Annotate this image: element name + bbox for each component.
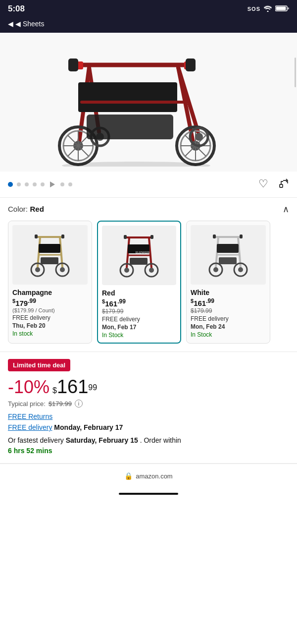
product-image[interactable] (0, 33, 297, 172)
home-indicator (0, 488, 297, 500)
pagination-area: ♡ (0, 172, 297, 198)
red-stock: In Stock (102, 332, 176, 339)
rollator-svg (25, 38, 272, 167)
svg-rect-58 (150, 235, 153, 239)
white-price: $161.99 (191, 297, 266, 307)
fastest-date: Saturday, February 15 (66, 436, 138, 444)
svg-point-69 (238, 267, 243, 272)
dot-3[interactable] (25, 182, 29, 186)
deal-badge: Limited time deal (8, 359, 70, 371)
dot-1[interactable] (8, 182, 13, 187)
red-delivery: FREE delivery (102, 316, 176, 323)
white-rollator-svg (206, 230, 250, 280)
back-button[interactable]: ◀ ◀ Sheets (8, 20, 289, 28)
free-delivery-link[interactable]: FREE delivery (8, 423, 52, 431)
order-within-label: . Order within (140, 436, 181, 444)
white-delivery-date: Mon, Feb 24 (191, 323, 266, 330)
price-symbol: $ (52, 386, 57, 395)
wifi-icon (263, 5, 272, 13)
svg-rect-70 (213, 234, 216, 238)
red-delivery-date: Mon, Feb 17 (102, 324, 176, 331)
dot-8[interactable] (68, 182, 72, 186)
typical-original-price: $179.99 (49, 400, 72, 408)
price-row: -10% $16199 (8, 376, 289, 398)
white-stock: In Stock (191, 331, 266, 338)
typical-price-info-icon[interactable]: i (75, 400, 83, 408)
variant-champagne-image (12, 225, 88, 285)
page-footer: 🔒 amazon.com (0, 464, 297, 488)
fastest-delivery-row: Or fastest delivery Saturday, February 1… (8, 435, 289, 456)
free-returns-link[interactable]: FREE Returns (8, 412, 289, 420)
video-play-button[interactable] (49, 180, 56, 188)
svg-rect-40 (41, 257, 58, 264)
typical-price-row: Typical price: $179.99 i (8, 400, 289, 408)
scroll-indicator (295, 58, 296, 87)
svg-point-44 (60, 267, 65, 272)
dot-2[interactable] (17, 182, 21, 186)
svg-rect-2 (288, 7, 289, 9)
variant-red-image: ELENKER (102, 226, 176, 285)
variant-white-image (191, 225, 266, 285)
nav-bar: ◀ ◀ Sheets (0, 18, 297, 33)
battery-icon (275, 5, 289, 13)
price-cents: 99 (88, 383, 97, 392)
price-dollars: 161 (57, 376, 88, 397)
red-price: $161.99 (102, 298, 176, 308)
svg-rect-63 (217, 244, 239, 253)
variant-champagne[interactable]: Champagne $179.99 ($179.99 / Count) FREE… (8, 221, 92, 344)
svg-point-54 (124, 268, 129, 273)
svg-rect-30 (68, 59, 78, 71)
current-price: $16199 (52, 376, 97, 398)
red-name: Red (102, 289, 176, 297)
status-time: 5:08 (8, 4, 25, 14)
lock-icon: 🔒 (124, 472, 133, 480)
typical-price-label: Typical price: (8, 400, 46, 408)
svg-point-56 (149, 268, 154, 273)
discount-percent: -10% (8, 377, 50, 398)
svg-rect-31 (186, 59, 196, 71)
product-image-area (0, 33, 297, 172)
countdown-timer: 6 hrs 52 mins (8, 447, 52, 455)
champagne-delivery-date: Thu, Feb 20 (12, 322, 88, 329)
wishlist-heart-icon[interactable]: ♡ (258, 177, 268, 191)
deal-section: Limited time deal -10% $16199 Typical pr… (0, 352, 297, 464)
dot-5[interactable] (41, 182, 45, 186)
fastest-prefix: Or fastest delivery (8, 436, 64, 444)
footer-domain: amazon.com (136, 472, 172, 480)
svg-rect-1 (276, 6, 286, 10)
color-variants-row: Champagne $179.99 ($179.99 / Count) FREE… (8, 221, 289, 346)
red-rollator-svg: ELENKER (117, 231, 161, 280)
champagne-delivery: FREE delivery (12, 314, 88, 321)
chevron-up-icon[interactable]: ∧ (283, 204, 289, 215)
variant-red[interactable]: ELENKER Red $161.99 $179.99 FREE deliver… (97, 221, 181, 344)
white-delivery: FREE delivery (191, 315, 266, 322)
color-label: Color: (8, 205, 28, 213)
color-header: Color: Red ∧ (8, 204, 289, 215)
back-chevron-icon: ◀ (8, 20, 13, 28)
free-delivery-row: FREE delivery Monday, February 17 (8, 423, 289, 431)
champagne-rollator-svg (28, 230, 72, 280)
white-name: White (191, 289, 266, 296)
champagne-stock: In stock (12, 330, 88, 337)
svg-rect-57 (124, 235, 127, 239)
champagne-price: $179.99 (12, 297, 88, 307)
svg-rect-8 (78, 82, 177, 112)
status-right-icons: SOS (248, 5, 289, 13)
back-label: ◀ Sheets (15, 20, 44, 28)
champagne-per-count: ($179.99 / Count) (12, 307, 88, 313)
color-label-row: Color: Red (8, 205, 44, 214)
variant-white[interactable]: White $161.99 $179.99 FREE delivery Mon,… (186, 221, 270, 344)
svg-point-27 (195, 133, 203, 141)
svg-rect-38 (39, 244, 60, 253)
color-selected-value: Red (30, 205, 44, 213)
share-icon[interactable] (278, 177, 289, 191)
svg-point-67 (213, 267, 218, 272)
svg-rect-52 (130, 258, 148, 265)
status-bar: 5:08 SOS (0, 0, 297, 18)
dot-4[interactable] (33, 182, 37, 186)
dot-7[interactable] (60, 182, 64, 186)
home-bar (119, 493, 178, 495)
dots-row (8, 180, 72, 188)
svg-rect-65 (219, 257, 237, 264)
play-triangle-icon (50, 181, 55, 187)
